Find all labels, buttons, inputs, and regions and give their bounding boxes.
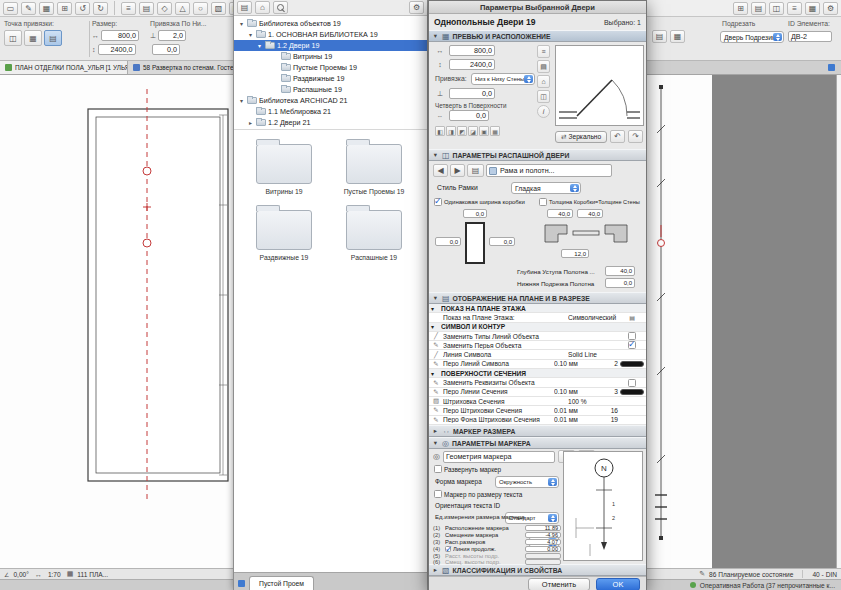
door-preview[interactable] (555, 45, 644, 126)
symbol-view-icon[interactable]: ≡ (537, 45, 550, 58)
hidden-toolbar-icon-b[interactable]: ▦ (670, 30, 685, 43)
anchor-point-option-2[interactable]: ▦ (24, 30, 42, 46)
cancel-button[interactable]: Отменить (528, 578, 590, 590)
marker-geometry-field[interactable]: Геометрия маркера (443, 451, 555, 463)
toolbar-right-icon-1[interactable]: ▤ (751, 2, 766, 15)
toolbar-icon-9[interactable]: △ (175, 2, 190, 15)
anchor-point-option-1[interactable]: ◫ (4, 30, 22, 46)
section-dimension-marker-header[interactable]: ▸ ⇔ МАРКЕР РАЗМЕРА (429, 425, 646, 437)
row-floor-plan-display[interactable]: Показ на Плане Этажа:Символический▤ (429, 313, 646, 322)
toolbar-icon-11[interactable]: ▧ (211, 2, 226, 15)
tree-item-furniture-21[interactable]: 1.1 Меблировка 21 (234, 106, 427, 117)
marker-offset-field[interactable]: -4,96 (525, 532, 561, 538)
dialog-title-bar[interactable]: Параметры Выбранной Двери (429, 1, 646, 14)
toolbar-icon-10[interactable]: ○ (193, 2, 208, 15)
toolbar-right-icon-2[interactable]: ◫ (769, 2, 784, 15)
layer-indicator[interactable]: ▦111 ПЛА... (67, 570, 108, 578)
tree-item-empty-openings[interactable]: Пустые Проемы 19 (234, 62, 427, 73)
row-value[interactable]: 0.01 мм (554, 416, 604, 423)
door-height-field[interactable]: 2400,0 (98, 44, 136, 55)
tree-item-main-library[interactable]: ▾1. ОСНОВНАЯ БИБЛИОТЕКА 19 (234, 29, 427, 40)
list-view-icon[interactable]: ▤ (537, 60, 550, 73)
model-view-icon[interactable]: ◫ (537, 90, 550, 103)
row-symbol-line[interactable]: ╱Линия СимволаSolid Line (429, 350, 646, 359)
toolbar-icon-redo[interactable]: ↻ (93, 2, 108, 15)
frame-width-field-2[interactable]: 40,0 (577, 209, 603, 218)
row-override-line-types[interactable]: ╱Заменить Типы Линий Объекта (429, 332, 646, 341)
marker-shape-dropdown[interactable]: Окружность (495, 476, 559, 488)
row-value[interactable]: Символический (568, 314, 618, 321)
anchor-option-icon-5[interactable]: ▣ (479, 126, 489, 136)
undercut-field[interactable]: 0,0 (605, 278, 635, 288)
anchor-option-icon-4[interactable]: ◪ (468, 126, 478, 136)
elevation-field[interactable]: 0,0 (449, 88, 495, 99)
row-cut-fill-pen[interactable]: ✎Перо Штриховки Сечения0.01 мм16 (429, 406, 646, 415)
vertical-scrollbar[interactable] (836, 75, 841, 568)
library-folder-sliding[interactable]: Раздвижные 19 (242, 202, 326, 261)
tab-floor-plan[interactable]: ПЛАН ОТДЕЛКИ ПОЛА_УЛЬЯ [1 УЛЬЯ... (0, 61, 128, 74)
leaf-thickness-field[interactable]: 12,0 (561, 249, 589, 258)
toolbar-right-icon-3[interactable]: ≡ (787, 2, 802, 15)
row-value[interactable]: Solid Line (568, 351, 618, 358)
hidden-toolbar-icon-a[interactable]: ▤ (652, 30, 667, 43)
toolbar-icon-6[interactable]: ≡ (121, 2, 136, 15)
swing-left-button[interactable]: ↶ (610, 130, 625, 143)
teamwork-status[interactable]: Оперативная Работа (37 непрочитанные к..… (690, 582, 835, 589)
override-attributes-checkbox[interactable] (628, 379, 636, 387)
quick-options-icon[interactable] (828, 64, 835, 71)
row-value[interactable]: 0.10 мм (554, 388, 604, 395)
section-preview-header[interactable]: ▾ ▦ ПРЕВЬЮ И РАСПОЛОЖЕНИЕ (429, 30, 646, 42)
section-plan-display-header[interactable]: ▾ ▤ ОТОБРАЖЕНИЕ НА ПЛАНЕ И В РАЗРЕЗЕ (429, 292, 646, 304)
right-canvas[interactable] (647, 75, 841, 568)
frame-style-dropdown[interactable]: Гладкая (511, 182, 581, 194)
row-value[interactable]: 0.01 мм (554, 407, 604, 414)
expand-icon[interactable]: ▾ (247, 31, 254, 38)
row-cut-line-pen[interactable]: ✎Перо Линии Сечения0.10 мм3 (429, 388, 646, 397)
ok-button[interactable]: OK (596, 578, 640, 590)
toolbar-right-icon-0[interactable]: ⊞ (733, 2, 748, 15)
expand-marker-checkbox[interactable] (434, 465, 442, 473)
toolbar-icon-undo[interactable]: ↺ (75, 2, 90, 15)
page-list-button[interactable]: ▤ (467, 164, 484, 177)
frame-dim-left-field[interactable]: 0,0 (435, 237, 461, 246)
marker-fit-text-checkbox[interactable] (434, 490, 442, 498)
extension-line-checkbox[interactable] (445, 546, 451, 552)
mirror-button[interactable]: ⇄Зеркально (555, 131, 607, 143)
marker-position-field[interactable]: 11,89 (525, 525, 561, 531)
options-icon[interactable]: ▤ (629, 314, 635, 321)
row-symbol-line-pen[interactable]: ✎Перо Линий Символа0.10 мм2 (429, 360, 646, 369)
tree-item-vitrines[interactable]: Витрины 19 (234, 51, 427, 62)
group-cut-surfaces[interactable]: ▾ПОВЕРХНОСТИ СЕЧЕНИЯ (429, 369, 646, 378)
row-override-attributes[interactable]: ✎Заменить Реквизиты Объекта (429, 378, 646, 387)
override-pens-checkbox[interactable] (628, 341, 636, 349)
section-classification-header[interactable]: ▸ ▧ КЛАССИФИКАЦИЯ И СВОЙСТВА (429, 564, 646, 576)
expand-icon[interactable]: ▾ (256, 42, 263, 49)
element-id-field[interactable]: ДВ-2 (788, 31, 832, 42)
library-folder-empty-openings[interactable]: Пустые Проемы 19 (332, 136, 416, 195)
tree-item-sliding[interactable]: Раздвижные 19 (234, 73, 427, 84)
row-value[interactable]: 0.10 мм (554, 360, 604, 367)
pen-color-swatch[interactable] (620, 389, 644, 395)
anchor-point-option-3[interactable]: ▤ (44, 30, 62, 46)
toolbar-icon-0[interactable]: ▭ (3, 2, 18, 15)
equal-frame-checkbox[interactable] (434, 198, 442, 206)
toolbar-icon-3[interactable]: ⊞ (57, 2, 72, 15)
scale-indicator[interactable]: 1:70 (48, 571, 61, 578)
frame-dim-top-field[interactable]: 0,0 (463, 209, 487, 218)
reveal-field[interactable]: 0,0 (449, 110, 489, 121)
next-page-button[interactable]: ▶ (450, 164, 465, 177)
row-cut-fill[interactable]: ▨Штриховка Сечения100 % (429, 397, 646, 406)
toolbar-right-icon-4[interactable]: ▦ (805, 2, 820, 15)
anchor-option-icon-6[interactable]: ▦ (490, 126, 500, 136)
dimension-standard-indicator[interactable]: 40 - DIN (812, 571, 837, 578)
tree-item-doors-21[interactable]: ▸1.2 Двери 21 (234, 117, 427, 128)
prev-page-button[interactable]: ◀ (433, 164, 448, 177)
anchor-dropdown[interactable]: Низ к Низу Стены (471, 73, 535, 85)
section-marker-params-header[interactable]: ▾ ◎ ПАРАМЕТРЫ МАРКЕРА (429, 437, 646, 449)
group-floor-plan-display[interactable]: ▾ПОКАЗ НА ПЛАНЕ ЭТАЖА (429, 304, 646, 313)
group-symbol-contour[interactable]: ▾СИМВОЛ И КОНТУР (429, 323, 646, 332)
sill-field-1[interactable]: 2,0 (158, 30, 186, 41)
library-folder-hinged[interactable]: Распашные 19 (332, 202, 416, 261)
floor-plan-canvas[interactable] (0, 75, 233, 568)
toolbar-icon-2[interactable]: ▦ (39, 2, 54, 15)
